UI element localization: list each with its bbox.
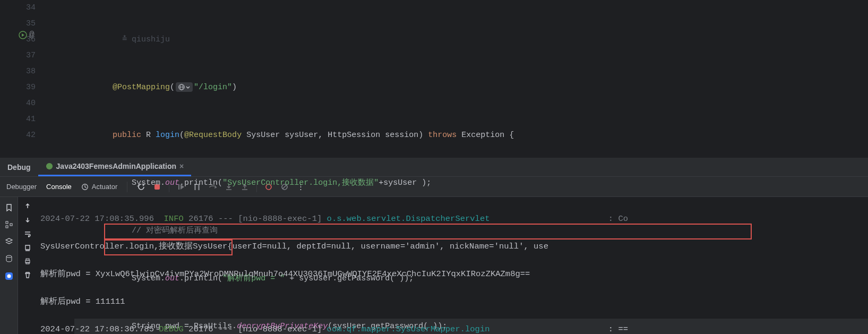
step-out-icon[interactable] bbox=[240, 183, 249, 191]
console-nav bbox=[18, 197, 37, 334]
line-number: 34 bbox=[0, 0, 36, 16]
code-line[interactable]: ≛ qiushiju bbox=[74, 32, 868, 48]
scroll-end-icon[interactable] bbox=[24, 244, 31, 251]
svg-rect-7 bbox=[178, 184, 179, 190]
clear-icon[interactable] bbox=[24, 271, 31, 279]
tab-debug[interactable]: Debug bbox=[0, 158, 38, 176]
line-number: 35 bbox=[0, 16, 36, 32]
down-arrow-icon[interactable] bbox=[24, 216, 31, 224]
line-number: 42 bbox=[0, 127, 36, 143]
subtab-console[interactable]: Console bbox=[46, 183, 72, 191]
chevron-down-icon[interactable] bbox=[185, 84, 191, 90]
log-line: SysUserController.login,接收数据SysUser{user… bbox=[40, 239, 865, 253]
step-over-icon[interactable] bbox=[209, 183, 217, 191]
layers-icon[interactable] bbox=[5, 237, 13, 246]
svg-rect-17 bbox=[10, 224, 12, 226]
line-number: 38 bbox=[0, 64, 36, 80]
svg-point-20 bbox=[7, 275, 11, 278]
svg-rect-9 bbox=[198, 184, 200, 190]
tool-window-rail bbox=[0, 197, 18, 334]
debug-icon[interactable] bbox=[4, 271, 14, 281]
database-icon[interactable] bbox=[5, 254, 13, 263]
subtab-debugger[interactable]: Debugger bbox=[6, 183, 37, 191]
svg-rect-16 bbox=[6, 226, 8, 228]
svg-rect-22 bbox=[26, 259, 29, 260]
up-arrow-icon[interactable] bbox=[24, 202, 31, 210]
log-line: 解析后pwd = 111111 bbox=[40, 295, 865, 309]
spring-boot-icon bbox=[46, 162, 53, 170]
console-panel: 2024-07-22 17:08:35.996 INFO 26176 --- [… bbox=[0, 197, 868, 334]
bookmark-icon[interactable] bbox=[5, 203, 13, 212]
log-line: 解析前pwd = XyxLwQ6tlwjpCv4ivmPYa2WroDMNRul… bbox=[40, 267, 865, 281]
line-number-gutter: 34 35 36 37 38 39 40 41 42 bbox=[0, 0, 45, 157]
pause-icon[interactable] bbox=[193, 183, 201, 191]
code-editor[interactable]: 34 35 36 37 38 39 40 41 42 @ ≛ qiushiju … bbox=[0, 0, 868, 157]
log-line: 2024-07-22 17:08:36.785 DEBUG 26176 --- … bbox=[40, 322, 865, 334]
line-number: 37 bbox=[0, 48, 36, 64]
highlight-box bbox=[104, 224, 752, 239]
structure-icon[interactable] bbox=[5, 220, 13, 229]
step-into-icon[interactable] bbox=[225, 183, 233, 191]
svg-point-4 bbox=[46, 163, 52, 169]
svg-rect-8 bbox=[194, 184, 196, 190]
svg-rect-15 bbox=[6, 221, 8, 224]
http-globe-icon[interactable] bbox=[176, 82, 193, 92]
code-line[interactable]: @PostMapping("/login") bbox=[74, 80, 868, 96]
svg-point-18 bbox=[6, 255, 12, 258]
gutter-marks: @ bbox=[45, 0, 74, 157]
log-line: 2024-07-22 17:08:35.996 INFO 26176 --- [… bbox=[40, 212, 865, 226]
console-output[interactable]: 2024-07-22 17:08:35.996 INFO 26176 --- [… bbox=[37, 197, 868, 334]
run-endpoint-icon[interactable] bbox=[19, 31, 27, 39]
soft-wrap-icon[interactable] bbox=[24, 230, 31, 237]
line-number: 39 bbox=[0, 80, 36, 96]
code-line[interactable]: public R login(@RequestBody SysUser sysU… bbox=[74, 127, 868, 143]
print-icon[interactable] bbox=[24, 258, 31, 265]
resume-icon[interactable] bbox=[177, 183, 185, 191]
code-area[interactable]: ≛ qiushiju @PostMapping("/login") public… bbox=[74, 0, 868, 157]
line-number: 41 bbox=[0, 112, 36, 127]
line-number: 40 bbox=[0, 96, 36, 112]
at-icon: @ bbox=[29, 30, 35, 40]
